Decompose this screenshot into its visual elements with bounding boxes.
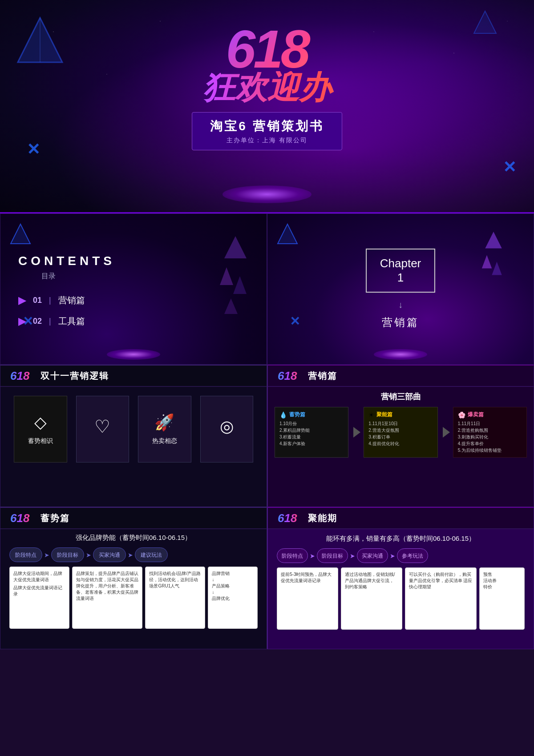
sanbu-cell: 618 营销篇 营销三部曲 💧 — [267, 365, 534, 507]
chapter-tri-left — [276, 223, 299, 247]
target-icon: ◎ — [220, 417, 234, 436]
hero-content: 618 狂欢迎办 淘宝6 营销策划书 主办单位：上海 有限公司 — [134, 22, 400, 150]
sanbu-arrow-1 — [350, 407, 364, 458]
svg-marker-7 — [224, 236, 247, 258]
svg-marker-15 — [492, 262, 502, 275]
sanbu-block3-body: 1.11月11日2.营造抢购氛围3.刺激购买转化4.提升客单价5.为后续持续销售… — [458, 420, 522, 454]
svg-marker-9 — [233, 276, 247, 294]
junenqi-details: 提前5-3时间预热，品牌大促优先流量词语记录 通过活动地图，促销划线/产品沟通品… — [277, 567, 525, 630]
shushi-details: 品牌大促活动期间，品牌大促优先流量词语 品牌大促优先流量词语记录 品牌策划，提升… — [9, 567, 258, 629]
flow-diagram-shushi: 强化品牌势能（蓄势时间06.10-06.15） 阶段特点 ➤ 阶段目标 ➤ 买家… — [0, 529, 267, 633]
detail-3: 找到活动机会/品牌/产品路径，活动优化，达到活动场景GRU1人气 — [145, 567, 205, 629]
badge-sub: 主办单位：上海 有限公司 — [210, 137, 324, 145]
card3-label: 热卖相恋 — [152, 437, 177, 445]
hero-section: ✕ ✕ 618 狂欢迎办 淘宝6 营销策划书 主办单位：上海 有限公司 — [0, 0, 534, 213]
deco-x-right: ✕ — [503, 158, 516, 177]
logic-card-4: ◎ — [200, 396, 254, 462]
brand-618-sanbu: 618 — [277, 369, 299, 382]
hero-badge: 淘宝6 营销策划书 主办单位：上海 有限公司 — [192, 112, 342, 150]
diamond-icon: ◇ — [34, 413, 47, 432]
brand-618-shushi: 618 — [9, 511, 32, 525]
contents-logo: CONTENTS — [18, 254, 249, 268]
logic-card-1: ◇ 蓄势相识 — [14, 396, 67, 462]
node-4: 建议玩法 — [135, 547, 168, 562]
logic-header: 618 双十一营销逻辑 — [0, 366, 267, 387]
chapter-arrow: ↓ — [398, 300, 403, 310]
svg-marker-6 — [11, 224, 30, 244]
jnode-2: 阶段目标 — [317, 548, 348, 563]
jdetail-4: 预售 活动券 特价 — [479, 567, 525, 630]
svg-marker-14 — [482, 255, 492, 269]
sanbu-block-1: 💧 蓄势篇 1.10月份2.累积品牌势能3.积蓄流量4.新客户体验 — [275, 407, 348, 458]
chapter-num: 1 — [380, 271, 421, 285]
jdetail-2: 通过活动地图，促销划线/产品沟通品牌大促引流，到约客策略 — [341, 567, 402, 630]
node-3: 买家沟通 — [93, 547, 126, 562]
sanbu-block1-body: 1.10月份2.累积品牌势能3.积蓄流量4.新客户体验 — [279, 420, 344, 447]
junenqi-flow: 能环有多满，销量有多高（蓄势时间06.10-06.15） 阶段特点 ➤ 阶段目标… — [268, 529, 534, 634]
sanbu-block2-title: 聚能篇 — [376, 411, 392, 418]
triangle-right — [472, 9, 498, 36]
shushi-title: 蓄势篇 — [40, 512, 70, 524]
svg-marker-12 — [278, 224, 297, 244]
sanbu-main-title: 营销三部曲 — [268, 387, 534, 405]
jnode-3: 买家沟通 — [357, 548, 388, 563]
chapter-name: 营销篇 — [382, 315, 419, 330]
contents-title: CONTENTS — [18, 254, 115, 268]
junenqi-header: 618 聚能期 — [268, 508, 534, 529]
brand-618-junenqi: 618 — [277, 511, 299, 525]
detail-2: 品牌策划，提升品牌产品店铺认知与促销力度，活花买大促买品牌化提升，用户分析、新客… — [72, 567, 142, 629]
badge-title: 淘宝6 营销策划书 — [210, 118, 324, 135]
jdetail-1: 提前5-3时间预热，品牌大促优先流量词语记录 — [277, 567, 338, 630]
junenqi-nodes: 阶段特点 ➤ 阶段目标 ➤ 买家沟通 ➤ 参考玩法 — [277, 548, 525, 563]
chapter-tri-right — [480, 218, 507, 300]
logic-title: 双十一营销逻辑 — [40, 370, 109, 382]
detail-4: 品牌营销 ↓ 产品策略 ↓ 品牌优化 — [208, 567, 258, 629]
jnode-4: 参考玩法 — [397, 548, 428, 563]
chapter-disc — [374, 349, 427, 360]
svg-text:618: 618 — [278, 369, 297, 382]
sanbu-block-2: ☀ 聚能篇 1.11月1至10日2.营造大促氛围3.积蓄订单4.提前优化转化 — [364, 407, 437, 458]
logic-cards: ◇ 蓄势相识 ♡ 🚀 热卖相恋 ◎ — [0, 387, 267, 471]
contents-disc — [107, 349, 160, 360]
logic-card-3: 🚀 热卖相恋 — [138, 396, 191, 462]
sanbu-header-title: 营销篇 — [308, 370, 337, 382]
svg-marker-10 — [224, 298, 238, 314]
heart-icon: ♡ — [94, 416, 110, 437]
svg-marker-4 — [474, 11, 496, 33]
svg-text:618: 618 — [10, 511, 30, 525]
jnode-1: 阶段特点 — [277, 548, 308, 563]
card1-label: 蓄势相识 — [28, 437, 53, 445]
platform-glow — [222, 185, 312, 203]
contents-tri — [9, 223, 32, 247]
detail-1: 品牌大促活动期间，品牌大促优先流量词语 品牌大促优先流量词语记录 — [9, 567, 69, 629]
junenqi-title: 聚能期 — [308, 512, 337, 524]
sanbu-blocks: 💧 蓄势篇 1.10月份2.累积品牌势能3.积蓄流量4.新客户体验 ☀ 聚能篇 — [268, 405, 534, 460]
sanbu-block2-body: 1.11月1至10日2.营造大促氛围3.积蓄订单4.提前优化转化 — [368, 420, 433, 447]
sanbu-header: 618 营销篇 — [268, 366, 534, 387]
svg-marker-13 — [485, 232, 502, 249]
junenqi-cell: 618 聚能期 能环有多满，销量有多高（蓄势时间06.10-06.15） — [267, 507, 534, 649]
grid-container: CONTENTS 目录 ▶ 01 | 营销篇 ▶ 02 | 工具篇 ✕ — [0, 213, 534, 649]
title-sub: 狂欢迎办 — [134, 71, 400, 103]
shushi-header: 618 蓄势篇 — [0, 508, 267, 529]
junenqi-main-title: 能环有多满，销量有多高（蓄势时间06.10-06.15） — [277, 534, 525, 543]
contents-deco-tri — [218, 227, 253, 318]
shushi-nodes: 阶段特点 ➤ 阶段目标 ➤ 买家沟通 ➤ 建议玩法 — [9, 547, 258, 562]
contents-x: ✕ — [23, 314, 33, 329]
sanbu-block-3: 🌸 爆卖篇 1.11月11日2.营造抢购氛围3.刺激购买转化4.提升客单价5.为… — [453, 407, 527, 458]
contents-cell: CONTENTS 目录 ▶ 01 | 营销篇 ▶ 02 | 工具篇 ✕ — [0, 213, 267, 365]
brand-618-logic: 618 — [9, 369, 32, 382]
chapter-cell: ✕ Chapter 1 ↓ 营销篇 — [267, 213, 534, 365]
triangle-left — [13, 13, 67, 67]
svg-marker-8 — [220, 267, 233, 285]
svg-text:618: 618 — [278, 511, 297, 525]
chapter-box: Chapter 1 — [366, 249, 436, 292]
jdetail-3: 可以买什么（购前付款），购买量产品优化引擎，必买清单 适应快心理期望 — [405, 567, 477, 630]
node-2: 阶段目标 — [51, 547, 84, 562]
sanbu-block3-title: 爆卖篇 — [468, 411, 484, 418]
chapter-x: ✕ — [290, 314, 300, 329]
shushi-flow-title: 强化品牌势能（蓄势时间06.10-06.15） — [9, 534, 258, 542]
node-1: 阶段特点 — [9, 547, 42, 562]
logic-card-2: ♡ — [76, 396, 129, 462]
sanbu-arrow-block: 💧 蓄势篇 1.10月份2.累积品牌势能3.积蓄流量4.新客户体验 ☀ 聚能篇 — [275, 407, 527, 458]
